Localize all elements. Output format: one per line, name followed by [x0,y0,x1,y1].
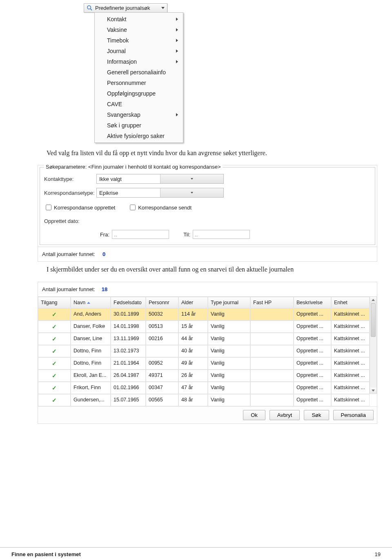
table-cell[interactable]: 49 år [178,357,208,370]
table-cell[interactable]: Kattskinnet ... [331,357,370,370]
table-cell[interactable]: Kattskinnet ... [331,382,370,394]
table-cell[interactable] [146,345,178,357]
access-check-icon[interactable]: ✓ [38,308,71,321]
column-header[interactable]: Beskrivelse [294,297,331,308]
column-header[interactable]: Type journal [208,297,250,308]
table-cell[interactable] [250,308,294,321]
table-cell[interactable]: 30.01.1899 [111,308,146,321]
table-cell[interactable]: Vanlig [208,370,250,382]
table-cell[interactable]: Kattskinnet ... [331,394,370,406]
korrespondansetype-select[interactable]: Epikrise [96,188,224,198]
table-cell[interactable]: Vanlig [208,308,250,321]
table-cell[interactable]: Frikort, Finn [71,382,111,394]
table-cell[interactable]: 13.02.1973 [111,345,146,357]
table-cell[interactable]: 50032 [146,308,178,321]
table-cell[interactable]: Opprettet ... [294,394,331,406]
kontakttype-select[interactable]: Ikke valgt [96,174,224,184]
table-cell[interactable]: 00952 [146,357,178,370]
table-cell[interactable]: 49371 [146,370,178,382]
checkbox-input[interactable] [130,205,136,210]
table-cell[interactable]: 26.04.1987 [111,370,146,382]
scroll-thumb[interactable] [371,303,376,337]
table-cell[interactable]: Kattskinnet ... [331,308,370,321]
menu-item[interactable]: Søk i grupper [96,120,182,131]
table-cell[interactable]: Vanlig [208,382,250,394]
table-cell[interactable]: 01.02.1966 [111,382,146,394]
table-cell[interactable]: 00216 [146,333,178,345]
table-cell[interactable]: Opprettet ... [294,321,331,333]
table-cell[interactable] [250,345,294,357]
table-cell[interactable]: Opprettet ... [294,333,331,345]
ok-button[interactable]: Ok [243,410,265,420]
fra-date-input[interactable] [112,230,169,239]
column-header[interactable]: Fast HP [250,297,294,308]
table-cell[interactable]: And, Anders [71,308,111,321]
column-header[interactable]: Personnr [146,297,178,308]
scroll-down-icon[interactable] [370,388,376,394]
access-check-icon[interactable]: ✓ [38,382,71,394]
access-check-icon[interactable]: ✓ [38,394,71,406]
menu-item[interactable]: CAVE [96,99,182,109]
search-button[interactable]: Søk [304,410,329,420]
table-cell[interactable]: Dottno, Finn [71,357,111,370]
table-cell[interactable]: Vanlig [208,394,250,406]
table-cell[interactable] [250,321,294,333]
table-cell[interactable]: 14.01.1998 [111,321,146,333]
table-cell[interactable]: Kattskinnet ... [331,321,370,333]
menu-item[interactable]: Oppfølgingsgruppe [96,88,182,99]
menu-item[interactable]: Vaksine [96,24,182,35]
menu-item[interactable]: Svangerskap [96,109,182,120]
table-cell[interactable]: 15.07.1965 [111,394,146,406]
table-cell[interactable]: Opprettet ... [294,357,331,370]
checkbox-korrespondanse-opprettet[interactable]: Korrespondanse opprettet [44,203,115,212]
column-header[interactable]: Enhet [331,297,370,308]
vertical-scrollbar[interactable] [370,297,377,394]
table-cell[interactable]: 00347 [146,382,178,394]
table-cell[interactable]: Vanlig [208,321,250,333]
table-cell[interactable]: Vanlig [208,333,250,345]
menu-item[interactable]: Aktive fysio/ergo saker [96,131,182,141]
table-cell[interactable]: 13.11.1969 [111,333,146,345]
table-cell[interactable]: Gundersen,... [71,394,111,406]
table-cell[interactable]: Danser, Line [71,333,111,345]
table-cell[interactable]: 00565 [146,394,178,406]
menu-item[interactable]: Kontakt [96,14,182,24]
access-check-icon[interactable]: ✓ [38,370,71,382]
table-cell[interactable]: Opprettet ... [294,382,331,394]
column-header[interactable]: Fødselsdato [111,297,146,308]
menu-item[interactable]: Journal [96,46,182,56]
menu-item[interactable]: Timebok [96,35,182,46]
table-cell[interactable]: 114 år [178,308,208,321]
table-cell[interactable]: Kattskinnet ... [331,370,370,382]
scroll-up-icon[interactable] [370,297,376,303]
table-cell[interactable] [250,382,294,394]
access-check-icon[interactable]: ✓ [38,333,71,345]
table-cell[interactable] [250,370,294,382]
table-cell[interactable]: Vanlig [208,345,250,357]
dropdown-button[interactable]: Predefinerte journalsøk [84,3,167,13]
access-check-icon[interactable]: ✓ [38,345,71,357]
table-cell[interactable]: 48 år [178,394,208,406]
table-cell[interactable]: Opprettet ... [294,370,331,382]
checkbox-korrespondanse-sendt[interactable]: Korrespondanse sendt [128,203,192,212]
table-cell[interactable]: 21.01.1964 [111,357,146,370]
table-cell[interactable]: 15 år [178,321,208,333]
column-header[interactable]: Navn [71,297,111,308]
table-cell[interactable] [250,394,294,406]
column-header[interactable]: Alder [178,297,208,308]
checkbox-input[interactable] [46,205,51,210]
menu-item[interactable]: Generell personaliainfo [96,67,182,78]
table-cell[interactable]: 44 år [178,333,208,345]
menu-item[interactable]: Informasjon [96,56,182,67]
cancel-button[interactable]: Avbryt [270,410,300,420]
table-cell[interactable]: Danser, Folke [71,321,111,333]
table-cell[interactable]: 40 år [178,345,208,357]
table-cell[interactable]: 26 år [178,370,208,382]
til-date-input[interactable] [193,230,250,239]
table-cell[interactable]: Vanlig [208,357,250,370]
table-cell[interactable]: Opprettet ... [294,345,331,357]
table-cell[interactable]: 00513 [146,321,178,333]
personalia-button[interactable]: Personalia [333,410,374,420]
table-cell[interactable]: Opprettet ... [294,308,331,321]
column-header[interactable]: Tilgang [38,297,71,308]
